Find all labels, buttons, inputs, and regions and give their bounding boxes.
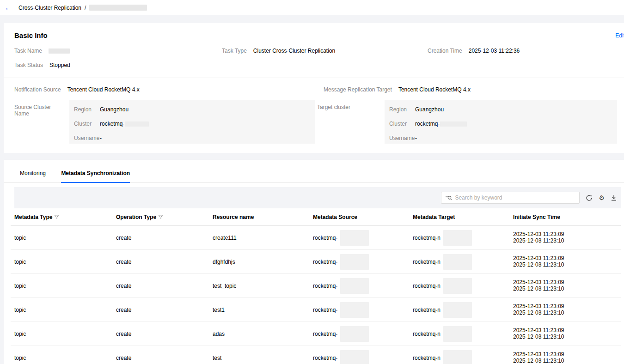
cell-initiate-sync-time: 2025-12-03 11:23:09 2025-12-03 11:23:10 [509, 226, 621, 250]
search-box[interactable] [441, 192, 580, 204]
table-header-row: Metadata Type Operation Type Resource na… [11, 208, 621, 226]
target-region-row: Region Guangzhou [389, 106, 612, 113]
source-cluster-label: Source Cluster Name [14, 104, 63, 117]
cell-metadata-target: rocketmq-n [409, 250, 509, 274]
col-resource-name: Resource name [209, 208, 309, 226]
target-username-row: Username - [389, 135, 612, 141]
cell-metadata-source: rocketmq- [309, 226, 409, 250]
redacted-source-cluster-id [340, 350, 369, 364]
task-type-label: Task Type [222, 48, 247, 54]
cell-metadata-target: rocketmq-n [409, 346, 509, 364]
col-metadata-source-label: Metadata Source [313, 214, 357, 220]
cell-metadata-target: rocketmq-n [409, 322, 509, 346]
replication-target-label: Message Replication Target [324, 86, 392, 93]
cell-metadata-target: rocketmq-n [409, 274, 509, 298]
task-status-field: Task Status Stopped [14, 62, 222, 68]
metadata-table: Metadata Type Operation Type Resource na… [11, 208, 621, 364]
cell-initiate-sync-time: 2025-12-03 11:23:09 2025-12-03 11:23:10 [509, 346, 621, 364]
cell-metadata-source: rocketmq- [309, 346, 409, 364]
creation-time-field: Creation Time 2025-12-03 11:22:36 [428, 48, 617, 54]
table-row: topic create test1 rocketmq- rocketmq-n … [11, 298, 621, 322]
table-row: topic create create111 rocketmq- rocketm… [11, 226, 621, 250]
target-region-value: Guangzhou [415, 106, 444, 113]
cell-resource-name: test_topic [209, 274, 309, 298]
table-row: topic create test_topic rocketmq- rocket… [11, 274, 621, 298]
redacted-task-name-value [49, 49, 70, 54]
cell-metadata-type: topic [11, 346, 112, 364]
source-cluster-name-value: rocketmq- [100, 121, 124, 127]
refresh-icon[interactable] [586, 194, 593, 201]
search-input[interactable] [455, 194, 575, 201]
tab-metadata-synchronization[interactable]: Metadata Synchronization [61, 166, 130, 183]
col-initiate-sync-time-label: Initiate Sync Time [513, 214, 560, 220]
tab-monitoring[interactable]: Monitoring [20, 166, 46, 182]
target-username-value: - [415, 135, 417, 141]
task-type-field: Task Type Cluster Cross-Cluster Replicat… [222, 48, 428, 54]
redacted-source-cluster-id [340, 254, 369, 270]
source-username-label: Username [74, 135, 100, 141]
task-status-label: Task Status [14, 62, 43, 68]
redacted-task-name-breadcrumb [89, 5, 147, 11]
settings-gear-icon[interactable]: ⚙ [599, 194, 605, 201]
back-arrow-icon[interactable]: ← [5, 4, 18, 12]
filter-funnel-icon[interactable] [54, 214, 59, 219]
metadata-sync-card: Monitoring Metadata Synchronization ⚙ [4, 160, 624, 364]
redacted-target-cluster-id [443, 278, 472, 294]
table-row: topic create test rocketmq- rocketmq-n 2… [11, 346, 621, 364]
table-row: topic create adas rocketmq- rocketmq-n 2… [11, 322, 621, 346]
source-username-row: Username - [74, 135, 310, 141]
redacted-source-cluster-id [340, 230, 369, 246]
download-icon[interactable] [611, 194, 617, 201]
redacted-source-cluster-id [340, 278, 369, 294]
cell-metadata-type: topic [11, 322, 112, 346]
col-metadata-type-label: Metadata Type [14, 214, 52, 220]
target-cluster-row: Cluster rocketmq- [389, 121, 612, 127]
filter-funnel-icon[interactable] [158, 214, 163, 219]
basic-info-card: Basic Info Edit Task Name Task Type Clus… [4, 23, 624, 153]
cell-metadata-source: rocketmq- [309, 250, 409, 274]
target-cluster-label: Target cluster [317, 104, 378, 110]
notification-source-value: Tencent Cloud RocketMQ 4.x [67, 86, 140, 93]
cell-resource-name: create111 [209, 226, 309, 250]
search-icon [445, 194, 452, 201]
cell-operation-type: create [112, 274, 209, 298]
cell-initiate-sync-time: 2025-12-03 11:23:09 2025-12-03 11:23:10 [509, 322, 621, 346]
col-operation-type: Operation Type [112, 208, 209, 226]
target-cluster-name-label: Cluster [389, 121, 415, 127]
redacted-source-cluster-id [340, 302, 369, 318]
creation-time-label: Creation Time [428, 48, 462, 54]
cell-operation-type: create [112, 322, 209, 346]
table-body: topic create create111 rocketmq- rocketm… [11, 226, 621, 364]
col-metadata-target-label: Metadata Target [413, 214, 455, 220]
source-cluster-section: Source Cluster Name Region Guangzhou Clu… [14, 100, 317, 144]
source-region-label: Region [74, 106, 100, 113]
replication-target-value: Tencent Cloud RocketMQ 4.x [398, 86, 471, 93]
col-operation-type-label: Operation Type [116, 214, 156, 220]
cell-metadata-source: rocketmq- [309, 298, 409, 322]
cell-initiate-sync-time: 2025-12-03 11:23:09 2025-12-03 11:23:10 [509, 250, 621, 274]
table-row: topic create dfghfdhjs rocketmq- rocketm… [11, 250, 621, 274]
source-region-value: Guangzhou [100, 106, 128, 113]
col-initiate-sync-time: Initiate Sync Time [509, 208, 621, 226]
target-region-label: Region [389, 106, 415, 113]
basic-info-header: Basic Info Edit [14, 31, 617, 39]
cell-resource-name: adas [209, 322, 309, 346]
source-region-row: Region Guangzhou [74, 106, 310, 113]
edit-link[interactable]: Edit [615, 32, 624, 39]
col-metadata-target: Metadata Target [409, 208, 509, 226]
notification-source-field: Notification Source Tencent Cloud Rocket… [14, 86, 324, 93]
task-name-label: Task Name [14, 48, 42, 54]
notification-source-label: Notification Source [14, 86, 61, 93]
task-status-value: Stopped [49, 62, 70, 68]
source-cluster-box: Region Guangzhou Cluster rocketmq- Usern… [69, 100, 315, 144]
cell-operation-type: create [112, 346, 209, 364]
breadcrumb-title: Cross-Cluster Replication [18, 5, 81, 11]
replication-target-field: Message Replication Target Tencent Cloud… [324, 86, 617, 93]
cell-metadata-type: topic [11, 250, 112, 274]
cell-metadata-source: rocketmq- [309, 274, 409, 298]
cell-initiate-sync-time: 2025-12-03 11:23:09 2025-12-03 11:23:10 [509, 274, 621, 298]
cell-metadata-type: topic [11, 226, 112, 250]
col-resource-name-label: Resource name [213, 214, 254, 220]
source-cluster-name-label: Cluster [74, 121, 100, 127]
target-cluster-section: Target cluster Region Guangzhou Cluster … [317, 100, 617, 144]
